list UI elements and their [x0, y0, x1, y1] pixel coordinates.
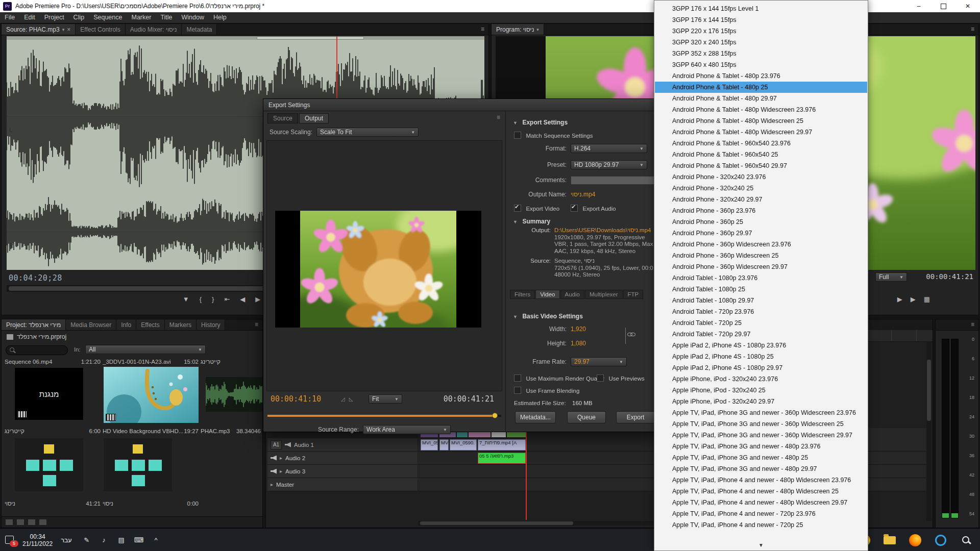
in-point-button[interactable]: { — [200, 295, 202, 303]
expand-arrow-icon[interactable]: ▸ — [280, 455, 282, 461]
waveform-zoom-bar[interactable] — [7, 36, 484, 40]
preset-option[interactable]: Apple iPad 2, iPhone 4S - 1080p 25 — [655, 351, 867, 362]
preset-option[interactable]: 3GPP 640 x 480 15fps — [655, 59, 867, 70]
close-icon[interactable]: × — [67, 26, 70, 33]
preset-option[interactable]: Apple iPad 2, iPhone 4S - 1080p 23.976 — [655, 340, 867, 351]
zoom-handle[interactable] — [257, 37, 364, 39]
option-tab-filters[interactable]: Filters — [510, 290, 535, 299]
taskbar-search[interactable] — [953, 529, 979, 551]
preset-option[interactable]: Android Phone - 360p 25 — [655, 216, 867, 228]
panel-menu-icon[interactable]: ≡ — [497, 114, 500, 121]
preset-option[interactable]: Apple TV, iPad, iPhone 3G and newer - 48… — [655, 452, 867, 463]
expand-arrow-icon[interactable]: ▸ — [271, 482, 273, 487]
queue-button[interactable]: Queue — [567, 411, 606, 423]
track-assign-badge[interactable]: A1 — [271, 440, 282, 449]
preset-option[interactable]: Android Phone & Tablet - 480p 29.97 — [655, 93, 867, 104]
track-header-audio-3[interactable]: ▸Audio 3 — [267, 465, 418, 478]
preset-option[interactable]: Android Phone - 360p 29.97 — [655, 228, 867, 239]
taskbar-cortana[interactable] — [928, 529, 953, 551]
preset-select[interactable]: HD 1080p 29.97 ▼ — [571, 160, 647, 169]
tab-audio-mixer[interactable]: Audio Mixer: ניסוי — [126, 24, 182, 35]
menu-file[interactable]: File — [0, 12, 19, 23]
close-button[interactable]: ✕ — [955, 0, 980, 12]
audio-clip[interactable]: MVI_05 — [421, 439, 438, 450]
dialog-titlebar[interactable]: Export Settings — [263, 99, 675, 111]
preset-option[interactable]: 3GPP 320 x 240 15fps — [655, 37, 867, 48]
list-item[interactable]: קייטרינג — [201, 359, 261, 365]
chevron-down-icon[interactable]: ▾ — [62, 27, 65, 32]
audio-clip[interactable]: MV — [439, 439, 449, 450]
preset-option[interactable]: 3GPP 176 x 144 15fps Level 1 — [655, 3, 867, 14]
option-tab-multiplexer[interactable]: Multiplexer — [585, 290, 623, 299]
comments-field[interactable] — [571, 176, 658, 185]
output-name-value[interactable]: ניסוי.mp4 — [571, 191, 595, 198]
export-video-checkbox[interactable] — [514, 205, 521, 212]
preset-option[interactable]: Apple TV, iPad, iPhone 4 and newer - 720… — [655, 508, 867, 519]
tablet-icon[interactable]: ▤ — [117, 536, 126, 544]
scrollbar-handle[interactable] — [420, 521, 573, 525]
out-point-button[interactable]: } — [212, 295, 214, 303]
preset-option[interactable]: Android Tablet - 1080p 23.976 — [655, 272, 867, 284]
search-input[interactable] — [6, 345, 68, 355]
preview-scrubber[interactable] — [267, 413, 501, 419]
match-sequence-checkbox[interactable] — [514, 132, 521, 139]
preset-option[interactable]: Android Tablet - 1080p 29.97 — [655, 295, 867, 306]
icon-view-button[interactable] — [17, 519, 24, 525]
list-item[interactable]: PHAC.mp3 38.34046 — [201, 428, 261, 434]
view-tab-output[interactable]: Output — [299, 113, 329, 123]
program-zoom-select[interactable]: Full ▼ — [875, 272, 907, 282]
preset-option[interactable]: Apple TV, iPad, iPhone 3G and newer - 36… — [655, 407, 867, 418]
maximize-button[interactable] — [931, 0, 955, 12]
height-value[interactable]: 1,080 — [571, 340, 586, 347]
preset-option[interactable]: Android Phone - 320x240 29.97 — [655, 194, 867, 205]
minimize-button[interactable]: – — [906, 0, 931, 12]
export-audio-checkbox[interactable] — [571, 205, 578, 212]
preset-option[interactable]: Android Phone & Tablet - 480p 23.976 — [655, 70, 867, 82]
menu-marker[interactable]: Marker — [127, 12, 156, 23]
scrubber-handle[interactable] — [492, 413, 498, 418]
preset-option[interactable]: Android Phone - 360p 23.976 — [655, 205, 867, 216]
chevron-up-icon[interactable]: ^ — [152, 536, 161, 544]
marker-button[interactable]: ▼ — [183, 295, 189, 303]
tab-markers[interactable]: Markers — [165, 319, 197, 330]
panel-menu-icon[interactable]: ≡ — [251, 319, 262, 330]
collapse-triangle-icon[interactable]: ▼ — [513, 120, 518, 126]
preset-option[interactable]: Android Phone & Tablet - 960x540 25 — [655, 149, 867, 160]
format-select[interactable]: H.264 ▼ — [571, 144, 647, 153]
scrollbar-handle[interactable] — [927, 360, 931, 421]
preset-option[interactable]: 3GPP 220 x 176 15fps — [655, 26, 867, 37]
preset-option[interactable]: Android Phone - 320x240 23.976 — [655, 171, 867, 183]
menu-sequence[interactable]: Sequence — [89, 12, 127, 23]
tab-info[interactable]: Info — [116, 319, 136, 330]
volume-icon[interactable]: ♪ — [100, 536, 109, 544]
list-item[interactable]: ניסוי 0:00 — [103, 500, 199, 507]
preset-option[interactable]: Android Phone - 360p Widescreen 23.976 — [655, 239, 867, 250]
tab-effects[interactable]: Effects — [136, 319, 164, 330]
thumbnail-audio-clip[interactable] — [206, 377, 263, 412]
timeline-vscrollbar[interactable] — [926, 341, 932, 521]
tab-history[interactable]: History — [197, 319, 225, 330]
thumbnail-title-clip[interactable]: מנגנת — [15, 368, 83, 420]
thumbnail-sequence[interactable] — [15, 438, 83, 491]
scroll-down-arrow-icon[interactable]: ▼ — [654, 541, 868, 549]
speaker-icon[interactable] — [271, 456, 277, 461]
taskbar-firefox[interactable] — [902, 529, 928, 551]
tab-metadata[interactable]: Metadata — [182, 24, 217, 35]
metadata-button[interactable]: Metadata... — [515, 411, 556, 423]
audio-clip[interactable]: 05 5 רפואה.mp3 — [478, 453, 526, 464]
chevron-down-icon[interactable]: ▾ — [536, 27, 539, 32]
preset-option[interactable]: Apple TV, iPad, iPhone 3G and newer - 48… — [655, 463, 867, 474]
taskbar-file-explorer[interactable] — [877, 529, 902, 551]
collapse-triangle-icon[interactable]: ▼ — [513, 219, 518, 224]
fit-select[interactable]: Fit ▼ — [369, 394, 402, 404]
preset-option[interactable]: Android Phone & Tablet - 480p Widescreen… — [655, 115, 867, 127]
list-item[interactable]: ניסוי 41:21 — [5, 500, 101, 507]
audio-clip[interactable]: MVI_0590. — [450, 439, 477, 450]
preset-option[interactable]: Android Tablet - 720p 23.976 — [655, 306, 867, 317]
list-item[interactable]: HD Video Background VBHD... 19:27 — [103, 428, 199, 434]
list-item[interactable]: _3DDV1-001-01N-A23.avi 15:02 — [103, 359, 199, 365]
settings-button[interactable]: ▦ — [924, 295, 930, 303]
menu-window[interactable]: Window — [177, 12, 209, 23]
language-indicator[interactable]: עבר — [61, 537, 71, 544]
preset-option[interactable]: Apple TV, iPad, iPhone 4 and newer - 480… — [655, 497, 867, 508]
